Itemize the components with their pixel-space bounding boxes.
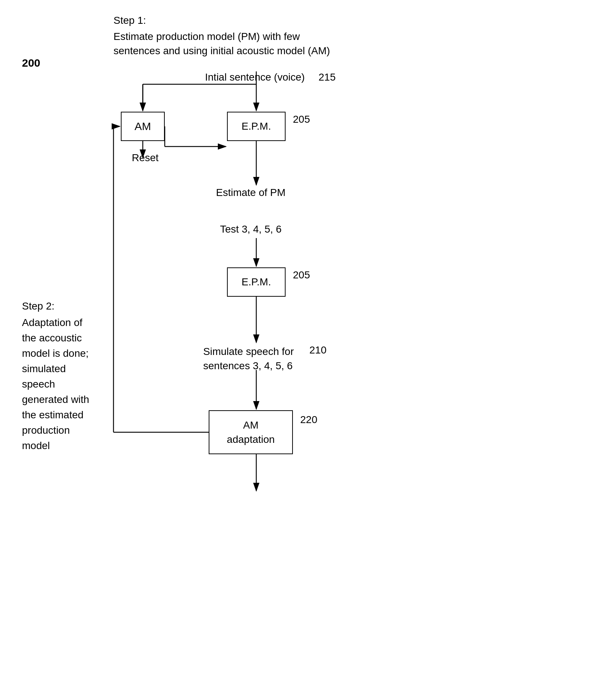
estimate-pm-label: Estimate of PM (216, 187, 286, 199)
step1-description: Estimate production model (PM) with few … (113, 29, 330, 58)
ref-205-epm1: 205 (293, 114, 310, 125)
test-label: Test 3, 4, 5, 6 (220, 223, 282, 235)
ref-215: 215 (319, 71, 336, 83)
epm2-box: E.P.M. (227, 267, 286, 297)
reset-label: Reset (132, 152, 159, 164)
simulate-speech-label: Simulate speech for sentences 3, 4, 5, 6 (203, 344, 294, 373)
step1-label: Step 1: (113, 15, 146, 26)
diagram-page: 200 Step 1: Estimate production model (P… (0, 0, 592, 700)
step2-label: Step 2: (22, 300, 55, 312)
epm1-box: E.P.M. (227, 112, 286, 141)
am-adaptation-box: AM adaptation (209, 410, 293, 454)
step2-description: Adaptation of the accoustic model is don… (22, 315, 89, 453)
ref-220: 220 (300, 414, 317, 426)
initial-sentence-label: Intial sentence (voice) (205, 71, 305, 83)
ref-210: 210 (309, 344, 327, 356)
figure-number: 200 (22, 57, 40, 69)
ref-205-epm2: 205 (293, 269, 310, 281)
am-box: AM (121, 112, 165, 141)
